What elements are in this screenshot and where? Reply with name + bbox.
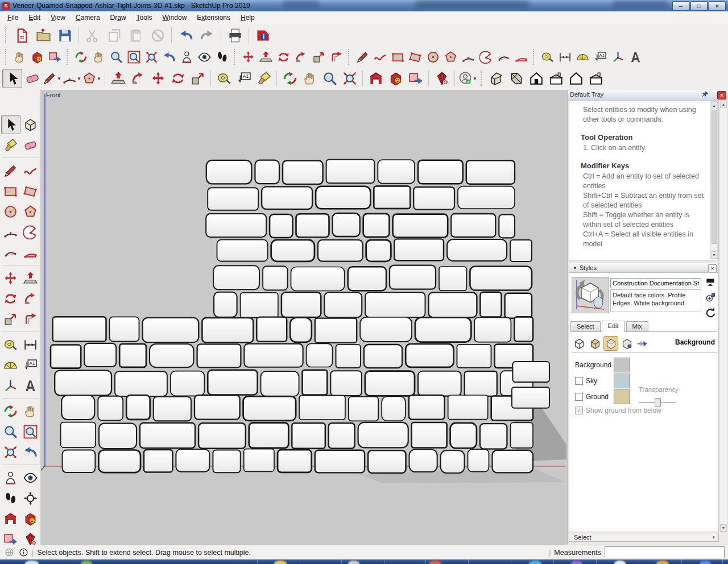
slider-thumb[interactable]: [655, 398, 661, 407]
menu-tools[interactable]: Tools: [131, 12, 158, 23]
menu-file[interactable]: File: [2, 12, 23, 23]
iso-view-button[interactable]: [486, 69, 506, 88]
taskbar-app-icon[interactable]: [25, 561, 39, 564]
toolbar-grip[interactable]: [481, 70, 483, 86]
component-tool-1-button[interactable]: [28, 48, 46, 65]
print-button[interactable]: [224, 25, 246, 45]
look-around-button[interactable]: [196, 48, 213, 65]
menu-help[interactable]: Help: [235, 12, 260, 23]
previous-view-button[interactable]: [160, 48, 178, 65]
maximize-button[interactable]: □: [690, 1, 708, 11]
protractor-button[interactable]: [574, 48, 592, 65]
close-button[interactable]: ✕: [709, 1, 726, 11]
tape-measure-tool[interactable]: [1, 335, 20, 354]
top-view-button[interactable]: [506, 69, 526, 88]
zoom-button[interactable]: [107, 48, 125, 65]
follow-me-button[interactable]: [292, 48, 310, 65]
position-camera-button[interactable]: [178, 48, 196, 65]
info-icon[interactable]: [19, 548, 28, 557]
front-view-button[interactable]: [526, 69, 546, 88]
dropdown-arrow-icon[interactable]: ▼: [57, 76, 61, 81]
axes-tool[interactable]: [1, 376, 20, 395]
scroll-thumb[interactable]: [712, 110, 717, 244]
2-point-arc-button[interactable]: [495, 48, 512, 65]
previous-view-tool[interactable]: [21, 442, 40, 462]
transparency-slider[interactable]: [639, 400, 676, 405]
tray-close-button[interactable]: ✕: [717, 91, 726, 99]
dropdown-arrow-icon[interactable]: ▼: [77, 76, 81, 81]
taskbar-app-icon[interactable]: [656, 561, 669, 564]
move-button[interactable]: [148, 69, 168, 88]
taskbar-app-icon[interactable]: [614, 561, 626, 564]
tape-measure-button[interactable]: [214, 69, 234, 88]
freehand-tool[interactable]: [21, 161, 40, 180]
taskbar-app-icon[interactable]: [529, 561, 541, 564]
dropdown-arrow-icon[interactable]: ▼: [473, 76, 477, 81]
push-pull-tool[interactable]: [21, 268, 40, 288]
sky-color-swatch[interactable]: [614, 374, 630, 388]
line-button[interactable]: ▼: [42, 69, 62, 88]
pie-tool[interactable]: [21, 222, 40, 242]
taskbar-app-icon[interactable]: [429, 561, 441, 564]
zoom-extents-button[interactable]: [143, 48, 160, 65]
modeling-settings-button[interactable]: [635, 336, 650, 351]
push-pull-button[interactable]: [108, 69, 128, 88]
filled-arc-button[interactable]: [512, 48, 530, 65]
paint-bucket-button[interactable]: [254, 69, 274, 88]
model-info-button[interactable]: [252, 25, 274, 45]
taskbar-app-icon[interactable]: [81, 561, 92, 564]
text-button[interactable]: [592, 48, 609, 65]
make-component-tool[interactable]: [21, 115, 40, 134]
tape-measure-button[interactable]: [539, 48, 556, 65]
follow-me-button[interactable]: [128, 69, 148, 88]
3d-text-button[interactable]: [627, 48, 644, 65]
orbit-button[interactable]: [72, 48, 90, 65]
open-file-button[interactable]: [32, 25, 54, 45]
rotate-button[interactable]: [168, 69, 188, 88]
rotated-rectangle-button[interactable]: [407, 48, 424, 65]
axes-button[interactable]: [609, 48, 627, 65]
look-around-tool[interactable]: [21, 468, 40, 487]
toolbar-grip[interactable]: [67, 49, 69, 65]
sign-in-button[interactable]: ▼: [458, 69, 478, 88]
rotate-tool[interactable]: [1, 289, 20, 308]
style-name-input[interactable]: [610, 278, 701, 288]
minimize-button[interactable]: ─: [672, 1, 689, 11]
text-tool[interactable]: [21, 355, 40, 375]
new-file-button[interactable]: [11, 25, 32, 45]
taskbar-app-icon[interactable]: [700, 561, 711, 564]
2-point-arc-tool[interactable]: [1, 243, 20, 262]
watermark-settings-button[interactable]: [619, 336, 634, 351]
geolocation-icon[interactable]: [5, 548, 14, 557]
circle-button[interactable]: [424, 48, 442, 65]
eraser-tool[interactable]: [21, 135, 40, 155]
dropdown-arrow-icon[interactable]: ▼: [97, 76, 101, 81]
style-thumbnail[interactable]: [572, 277, 609, 313]
background-color-swatch[interactable]: [614, 358, 630, 372]
zoom-extents-tool[interactable]: [1, 442, 20, 462]
3d-warehouse-button[interactable]: [366, 69, 386, 88]
undo-button[interactable]: [175, 25, 196, 45]
arc-button[interactable]: [460, 48, 477, 65]
instructor-scrollbar[interactable]: ▲ ▼: [710, 101, 718, 259]
left-view-button[interactable]: [586, 69, 606, 88]
filled-arc-tool[interactable]: [21, 243, 40, 262]
hand-tool-button[interactable]: [11, 48, 28, 65]
pin-icon[interactable]: [701, 90, 709, 98]
3d-warehouse-tool[interactable]: [1, 509, 20, 528]
menu-camera[interactable]: Camera: [71, 12, 105, 23]
freehand-button[interactable]: [371, 48, 389, 65]
save-file-button[interactable]: [54, 25, 76, 45]
extension-manager-button[interactable]: [432, 69, 452, 88]
3d-text-tool[interactable]: [21, 376, 40, 395]
arcs-button[interactable]: ▼: [62, 69, 82, 88]
protractor-tool[interactable]: [1, 355, 20, 375]
tray-header[interactable]: Default Tray ✕: [568, 90, 728, 99]
sky-checkbox[interactable]: [575, 377, 583, 385]
scale-button[interactable]: [310, 48, 328, 65]
offset-button[interactable]: [328, 48, 345, 65]
shapes-button[interactable]: ▼: [82, 69, 102, 88]
pan-tool[interactable]: [21, 401, 40, 421]
right-view-button[interactable]: [546, 69, 566, 88]
text-button[interactable]: [234, 69, 254, 88]
